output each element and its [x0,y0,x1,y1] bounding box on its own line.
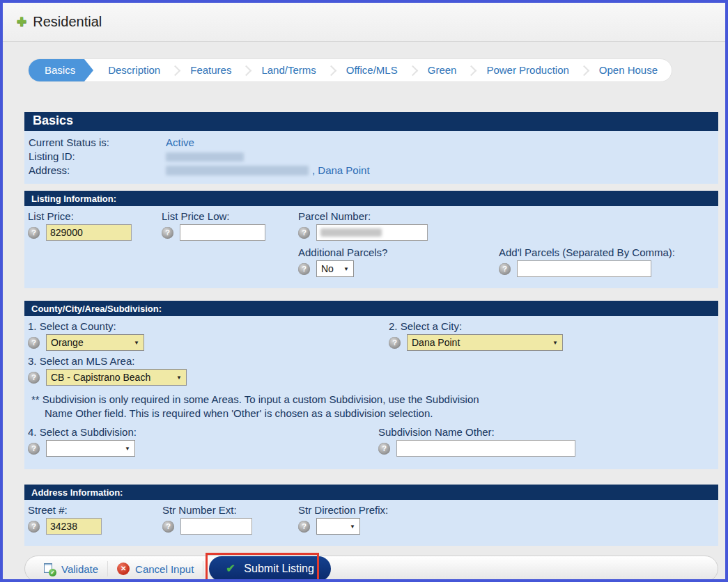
list-price-label: List Price: [28,210,132,222]
help-icon[interactable] [499,263,511,275]
parcel-number-input[interactable] [316,224,428,241]
form-tab-strip: Basics Description Features Land/Terms O… [28,58,672,82]
tab-power-production[interactable]: Power Production [472,59,582,81]
str-number-ext-label: Str Number Ext: [162,504,252,516]
city-select[interactable]: Dana Point [407,334,563,351]
help-icon[interactable] [162,521,174,533]
list-price-low-input[interactable] [180,224,265,241]
str-number-ext-input[interactable] [180,518,252,535]
select-county-label: 1. Select a County: [28,320,144,332]
county-select[interactable]: Orange [46,334,144,351]
help-icon[interactable] [298,263,310,275]
select-subdivision-label: 4. Select a Subdivision: [28,426,137,438]
listing-id-row: Listing ID: [29,150,718,164]
subdivision-select[interactable] [46,440,135,457]
county-city-header: County/City/Area/Subdivision: [24,301,718,316]
tab-basics[interactable]: Basics [29,59,84,81]
button-separator [203,561,203,576]
help-icon[interactable] [298,521,310,533]
title-bar: ✚ Residential [3,3,725,42]
help-icon[interactable] [28,337,40,349]
county-city-area-subdivision-section: County/City/Area/Subdivision: 1. Select … [24,301,718,469]
tab-description[interactable]: Description [94,59,174,81]
validate-form-icon [44,563,56,575]
green-check-icon [226,563,237,574]
action-bar: Validate Cancel Input Submit Listing [24,556,718,582]
address-label: Address: [29,164,166,178]
cancel-x-icon [117,563,130,575]
subdivision-name-other-label: Subdivision Name Other: [378,426,575,438]
tab-features[interactable]: Features [176,59,245,81]
residential-listing-window: ✚ Residential Basics Description Feature… [0,0,728,582]
help-icon[interactable] [389,337,401,349]
subdivision-name-other-input[interactable] [396,440,575,457]
submit-listing-wrapper: Submit Listing [209,556,331,581]
tab-land-terms[interactable]: Land/Terms [247,59,330,81]
submit-listing-button[interactable]: Submit Listing [209,556,331,581]
redacted-listing-id [166,152,244,162]
help-icon[interactable] [28,227,40,239]
help-icon[interactable] [28,521,40,533]
mls-area-select[interactable]: CB - Capistrano Beach [46,369,187,386]
tab-green[interactable]: Green [414,59,471,81]
parcel-number-label: Parcel Number: [298,210,428,222]
list-price-low-label: List Price Low: [162,210,265,222]
addl-parcels-label: Add'l Parcels (Separated By Comma): [499,246,675,258]
additional-parcels-label: Additional Parcels? [298,246,387,258]
help-icon[interactable] [162,227,173,239]
current-status-value: Active [166,136,194,150]
str-direction-prefix-select[interactable] [316,518,360,535]
redacted-street-address [166,166,309,175]
list-price-input[interactable] [46,224,132,241]
cancel-input-button[interactable]: Cancel Input [108,560,203,578]
add-listing-icon: ✚ [17,15,26,29]
basics-section-header: Basics [24,112,718,131]
help-icon[interactable] [378,443,390,455]
listing-information-section: Listing Information: List Price: List Pr… [24,191,718,288]
validate-button[interactable]: Validate [35,560,107,578]
listing-id-label: Listing ID: [29,150,166,164]
select-mls-area-label: 3. Select an MLS Area: [28,355,187,367]
street-number-label: Street #: [28,504,102,516]
addl-parcels-input[interactable] [517,260,651,277]
current-status-row: Current Status is: Active [29,136,718,150]
address-information-section: Address Information: Street #: Str Numbe… [24,485,718,546]
basics-section: Basics Current Status is: Active Listing… [24,112,718,184]
street-number-input[interactable] [46,518,102,535]
select-city-label: 2. Select a City: [389,320,563,332]
address-information-header: Address Information: [24,485,718,500]
listing-information-header: Listing Information: [24,191,718,206]
help-icon[interactable] [28,443,40,455]
redacted-parcel-number [320,228,382,237]
page-title: Residential [33,14,102,30]
str-direction-prefix-label: Str Direction Prefix: [298,504,388,516]
current-status-label: Current Status is: [29,136,166,150]
address-city-text: , Dana Point [312,164,370,178]
additional-parcels-select[interactable]: No [316,260,354,277]
tab-open-house[interactable]: Open House [585,59,672,81]
address-row: Address: , Dana Point [29,164,718,178]
help-icon[interactable] [298,227,310,239]
tab-office-mls[interactable]: Office/MLS [332,59,412,81]
subdivision-note: ** Subdivision is only required in some … [31,393,718,420]
help-icon[interactable] [28,372,40,384]
